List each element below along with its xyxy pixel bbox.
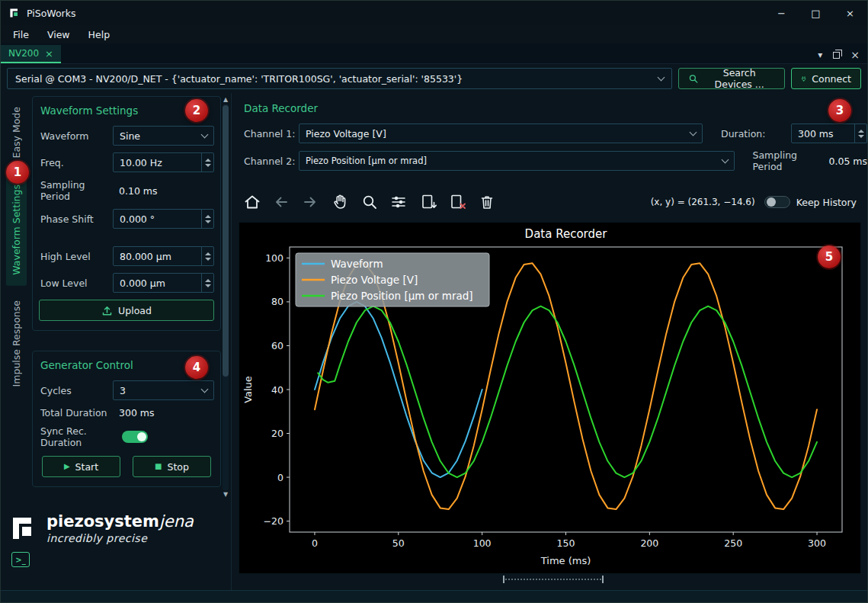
- sync-duration-toggle[interactable]: [122, 431, 148, 443]
- chevron-down-icon: [721, 156, 729, 164]
- cycles-spinbox[interactable]: 3: [113, 380, 214, 400]
- phase-shift-spinbox[interactable]: 0.000 °: [113, 209, 214, 229]
- menu-file[interactable]: File: [5, 27, 37, 43]
- freq-spinbox[interactable]: 10.00 Hz: [113, 152, 214, 172]
- slider-track[interactable]: [505, 579, 601, 580]
- spinner-buttons[interactable]: [201, 210, 213, 228]
- recorder-plot[interactable]: 050100150200250300−20020406080100Data Re…: [239, 223, 860, 573]
- keep-history-label: Keep History: [796, 197, 857, 208]
- spinner-buttons[interactable]: [201, 153, 213, 172]
- forward-button[interactable]: [299, 191, 322, 213]
- slider-right-cap[interactable]: [602, 576, 604, 583]
- pan-button[interactable]: [329, 191, 352, 213]
- chevron-down-icon: [201, 386, 209, 393]
- channel1-label: Channel 1:: [244, 128, 299, 140]
- start-label: Start: [75, 461, 99, 473]
- tabbar-close-icon[interactable]: ×: [850, 50, 860, 60]
- maximize-button[interactable]: □: [799, 1, 833, 25]
- tab-list-dropdown-icon[interactable]: ▾: [818, 50, 822, 59]
- spin-up-icon[interactable]: [205, 159, 211, 162]
- connect-button[interactable]: Connect: [791, 68, 861, 89]
- clear-plot-button[interactable]: [447, 191, 469, 213]
- scroll-down-icon[interactable]: ▼: [223, 491, 228, 499]
- spin-up-icon[interactable]: [858, 130, 864, 133]
- step-badge-1: 1: [6, 161, 29, 184]
- high-level-label: High Level: [39, 251, 113, 262]
- spin-down-icon[interactable]: [205, 220, 211, 223]
- spin-up-icon[interactable]: [205, 252, 211, 255]
- step-badge-5: 5: [818, 245, 841, 268]
- scroll-up-icon[interactable]: ▲: [223, 96, 228, 104]
- y-tick-label: 0: [277, 472, 283, 483]
- upload-button[interactable]: Upload: [39, 300, 214, 321]
- scrollbar-thumb[interactable]: [223, 105, 229, 377]
- history-range-slider[interactable]: [503, 576, 604, 583]
- play-icon: ▶: [64, 463, 70, 470]
- device-select[interactable]: Serial @ COM3 - NV200/D_NET - {'actuator…: [7, 68, 672, 89]
- close-button[interactable]: ×: [833, 1, 867, 25]
- export-data-button[interactable]: [418, 191, 440, 213]
- left-panel: Easy Mode Waveform Settings Impulse Resp…: [1, 93, 232, 590]
- spin-down-icon[interactable]: [205, 258, 211, 261]
- upload-icon: [101, 305, 113, 316]
- sidetab-easy-mode[interactable]: Easy Mode: [6, 96, 27, 169]
- subplots-button[interactable]: [387, 191, 410, 213]
- waveform-select[interactable]: Sine: [113, 126, 214, 146]
- spin-up-icon[interactable]: [205, 279, 211, 282]
- connect-label: Connect: [812, 73, 851, 85]
- delete-button[interactable]: [476, 191, 498, 213]
- spinner-buttons[interactable]: [854, 124, 866, 143]
- spinner-buttons[interactable]: [201, 247, 213, 265]
- channel2-label: Channel 2:: [244, 156, 299, 167]
- channel2-select[interactable]: Piezo Position [µm or mrad]: [299, 151, 735, 171]
- recorder-panel: Data Recorder Channel 1: Piezo Voltage […: [232, 93, 867, 590]
- spin-up-icon[interactable]: [205, 215, 211, 218]
- console-button[interactable]: >_: [11, 552, 30, 567]
- low-level-spinbox[interactable]: 0.000 µm: [113, 273, 214, 293]
- menu-view[interactable]: View: [40, 27, 78, 43]
- app-logo-icon: [8, 7, 21, 19]
- menu-help[interactable]: Help: [81, 27, 118, 43]
- main-content: Easy Mode Waveform Settings Impulse Resp…: [1, 93, 867, 590]
- sampling-period-label: Sampling Period: [39, 179, 113, 202]
- scrollbar-track[interactable]: [223, 104, 229, 491]
- search-devices-button[interactable]: Search Devices ...: [678, 68, 785, 89]
- search-devices-label: Search Devices ...: [703, 67, 775, 90]
- total-duration-value: 300 ms: [113, 407, 155, 419]
- keep-history-toggle[interactable]: [764, 196, 790, 208]
- sidetab-waveform-settings[interactable]: Waveform Settings: [6, 174, 27, 286]
- spin-down-icon[interactable]: [205, 164, 211, 167]
- x-tick-label: 250: [724, 537, 742, 549]
- slider-left-cap[interactable]: [503, 576, 504, 583]
- brand-name-light: jena: [159, 512, 194, 531]
- rec-sampling-label: Sampling Period: [753, 149, 823, 172]
- minimize-button[interactable]: −: [764, 1, 799, 25]
- spinner-buttons[interactable]: [201, 274, 213, 292]
- duration-spinbox[interactable]: 300 ms: [791, 123, 867, 143]
- sidetab-impulse-response[interactable]: Impulse Response: [6, 290, 27, 397]
- low-level-label: Low Level: [39, 277, 113, 289]
- stop-label: Stop: [168, 461, 189, 473]
- tab-nv200[interactable]: NV200 ×: [1, 45, 61, 63]
- spin-down-icon[interactable]: [858, 135, 864, 138]
- menu-bar: File View Help: [1, 25, 867, 43]
- start-button[interactable]: ▶ Start: [42, 456, 120, 477]
- plot-title: Data Recorder: [525, 227, 608, 241]
- device-select-value: Serial @ COM3 - NV200/D_NET - {'actuator…: [15, 73, 463, 85]
- detach-tab-icon[interactable]: [833, 52, 840, 59]
- channel1-select[interactable]: Piezo Voltage [V]: [299, 123, 703, 143]
- brand-name-bold: piezosystem: [46, 512, 159, 531]
- channel1-value: Piezo Voltage [V]: [299, 128, 392, 140]
- stop-button[interactable]: ■ Stop: [133, 456, 211, 477]
- zoom-button[interactable]: [358, 191, 381, 213]
- cursor-coordinates: (x, y) = (261.3, −14.6): [651, 197, 755, 207]
- x-tick-label: 150: [557, 537, 575, 549]
- home-button[interactable]: [241, 191, 264, 213]
- settings-scrollbar[interactable]: ▲ ▼: [222, 96, 229, 499]
- back-button[interactable]: [270, 191, 293, 213]
- waveform-label: Waveform: [39, 130, 113, 142]
- high-level-spinbox[interactable]: 80.000 µm: [113, 246, 214, 266]
- tab-close-icon[interactable]: ×: [45, 49, 53, 59]
- upload-label: Upload: [118, 305, 152, 316]
- spin-down-icon[interactable]: [205, 284, 211, 287]
